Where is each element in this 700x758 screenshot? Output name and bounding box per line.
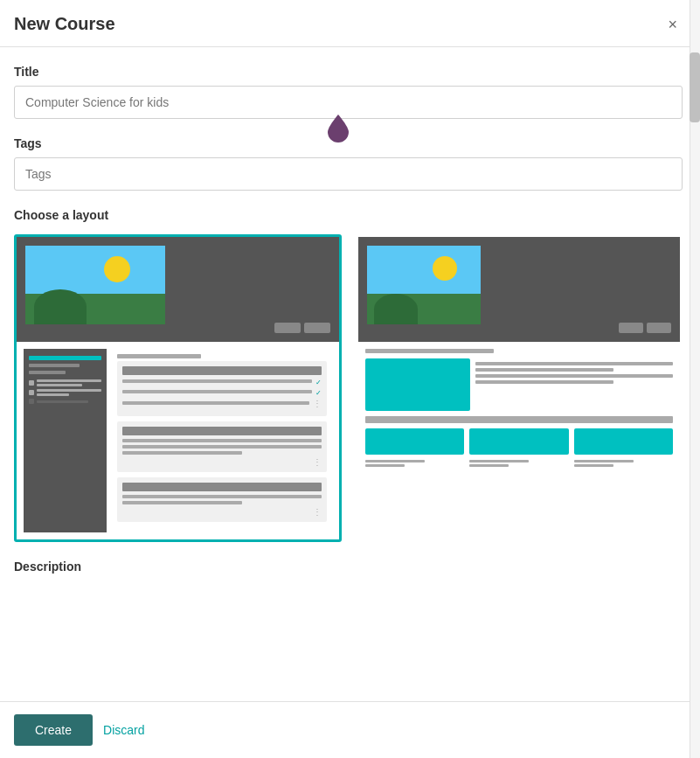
modal-footer: Create Discard	[0, 701, 700, 758]
layout2-card-text	[475, 358, 674, 411]
scrollbar-thumb[interactable]	[690, 52, 700, 122]
layout1-sidebar-main: ✓ ✓ ⋮	[24, 349, 332, 532]
layout2-image	[367, 246, 481, 333]
create-button[interactable]: Create	[14, 714, 93, 746]
layout2-header-buttons	[619, 323, 671, 333]
modal-title: New Course	[14, 14, 115, 34]
layout1-image	[25, 246, 165, 333]
layout-preview-2	[358, 237, 681, 467]
new-course-modal: New Course × Title Tags Choose a layout	[0, 0, 700, 758]
title-field-group: Title	[14, 65, 683, 119]
tags-field-group: Tags	[14, 136, 683, 191]
layout-card-2[interactable]	[356, 234, 683, 542]
layout-section-title: Choose a layout	[14, 208, 683, 222]
scrollbar-track[interactable]	[690, 0, 700, 758]
title-label: Title	[14, 65, 683, 79]
layout2-divider	[365, 416, 674, 423]
layout2-header	[358, 237, 681, 342]
layout2-card-row	[365, 358, 674, 411]
content-block-1: ✓ ✓ ⋮	[117, 361, 327, 416]
layout1-content: ✓ ✓ ⋮	[17, 342, 339, 539]
content-block-2: ⋮	[117, 421, 327, 472]
layout2-sm-card-3	[574, 428, 674, 455]
content-block-3: ⋮	[117, 477, 327, 522]
close-button[interactable]: ×	[662, 15, 683, 34]
layout-card-1[interactable]: ✓ ✓ ⋮	[14, 234, 342, 542]
tags-label: Tags	[14, 136, 683, 150]
modal-header: New Course ×	[0, 0, 700, 47]
layout2-sm-card-2	[469, 428, 569, 455]
layout1-sidebar	[24, 349, 107, 532]
layout-preview-1: ✓ ✓ ⋮	[17, 237, 339, 539]
layout2-small-cards	[365, 428, 674, 455]
description-label: Description	[14, 560, 683, 574]
layout1-main: ✓ ✓ ⋮	[112, 349, 332, 532]
layouts-container: ✓ ✓ ⋮	[14, 234, 683, 542]
layout2-content	[358, 349, 681, 467]
modal-body: Title Tags Choose a layout	[0, 47, 700, 701]
discard-button[interactable]: Discard	[103, 723, 144, 737]
layout1-header-buttons	[274, 323, 330, 333]
layout-section: Choose a layout	[14, 208, 683, 542]
layout2-big-card	[365, 358, 470, 411]
layout2-sm-card-1	[365, 428, 465, 455]
description-section: Description	[14, 560, 683, 574]
tags-input[interactable]	[14, 157, 683, 191]
layout2-sm-texts	[365, 460, 674, 467]
layout1-header	[17, 237, 339, 342]
